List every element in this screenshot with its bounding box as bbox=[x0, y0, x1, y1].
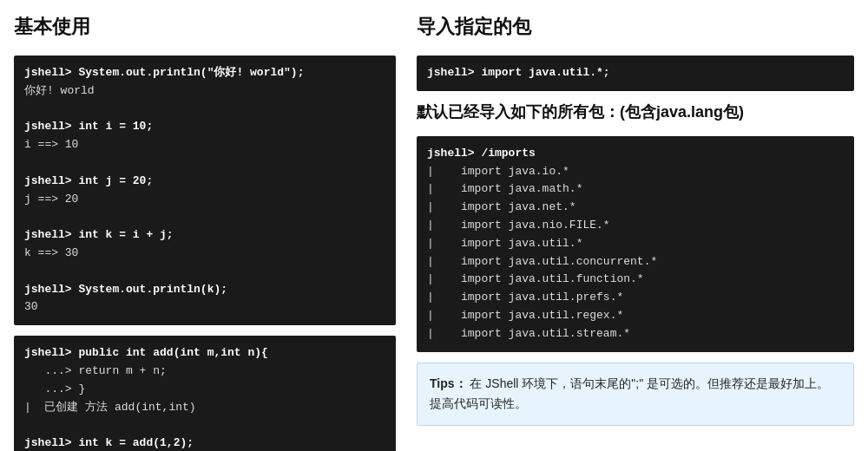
terminal-line: ...> return m + n; bbox=[24, 363, 385, 381]
terminal-line bbox=[24, 154, 385, 173]
terminal-line: 30 bbox=[24, 298, 385, 317]
terminal-line: | import java.util.concurrent.* bbox=[427, 253, 844, 271]
terminal-line bbox=[24, 208, 385, 226]
terminal-line: jshell> System.out.println("你好! world"); bbox=[24, 64, 385, 82]
terminal-line: | import java.util.function.* bbox=[427, 271, 844, 289]
terminal-line bbox=[24, 416, 385, 435]
terminal-line: | import java.util.regex.* bbox=[427, 307, 844, 325]
terminal-line: | import java.math.* bbox=[427, 180, 844, 199]
terminal-method-usage: jshell> public int add(int m,int n){ ...… bbox=[14, 336, 396, 451]
terminal-line: i ==> 10 bbox=[24, 136, 385, 154]
import-title: 导入指定的包 bbox=[417, 14, 854, 40]
terminal-line: | import java.nio.FILE.* bbox=[427, 217, 844, 235]
right-column: 导入指定的包 jshell> import java.util.*; 默认已经导… bbox=[417, 14, 854, 437]
terminal-line: jshell> int j = 20; bbox=[24, 173, 385, 191]
default-imports-subtitle: 默认已经导入如下的所有包：(包含java.lang包) bbox=[417, 101, 854, 122]
terminal-imports-list: jshell> /imports | import java.io.* | im… bbox=[417, 136, 854, 352]
basic-usage-title: 基本使用 bbox=[14, 14, 396, 40]
terminal-line: | import java.util.prefs.* bbox=[427, 289, 844, 307]
terminal-line: k ==> 30 bbox=[24, 245, 385, 263]
terminal-line: j ==> 20 bbox=[24, 191, 385, 209]
terminal-line: | 已创建 方法 add(int,int) bbox=[24, 399, 385, 417]
terminal-line: jshell> System.out.println(k); bbox=[24, 281, 385, 299]
terminal-line bbox=[24, 263, 385, 281]
terminal-line: jshell> int k = i + j; bbox=[24, 226, 385, 245]
terminal-line: jshell> int i = 10; bbox=[24, 118, 385, 136]
terminal-line: ...> } bbox=[24, 381, 385, 399]
terminal-line: jshell> import java.util.*; bbox=[427, 64, 844, 82]
terminal-line: 你好! world bbox=[24, 82, 385, 101]
terminal-basic-usage: jshell> System.out.println("你好! world");… bbox=[14, 56, 396, 325]
terminal-line: | import java.io.* bbox=[427, 163, 844, 181]
terminal-line bbox=[24, 101, 385, 119]
terminal-line: jshell> /imports bbox=[427, 145, 844, 163]
tips-label: Tips： bbox=[430, 376, 467, 390]
tips-box: Tips： 在 JShell 环境下，语句末尾的";" 是可选的。但推荐还是最好… bbox=[417, 363, 854, 427]
terminal-line: jshell> int k = add(1,2); bbox=[24, 435, 385, 451]
terminal-line: | import java.net.* bbox=[427, 199, 844, 217]
left-column: 基本使用 jshell> System.out.println("你好! wor… bbox=[14, 14, 396, 437]
terminal-line: | import java.util.stream.* bbox=[427, 325, 844, 343]
terminal-import: jshell> import java.util.*; bbox=[417, 56, 854, 91]
tips-content: 在 JShell 环境下，语句末尾的";" 是可选的。但推荐还是最好加上。提高代… bbox=[430, 376, 829, 411]
terminal-line: jshell> public int add(int m,int n){ bbox=[24, 344, 385, 363]
terminal-line: | import java.util.* bbox=[427, 235, 844, 253]
